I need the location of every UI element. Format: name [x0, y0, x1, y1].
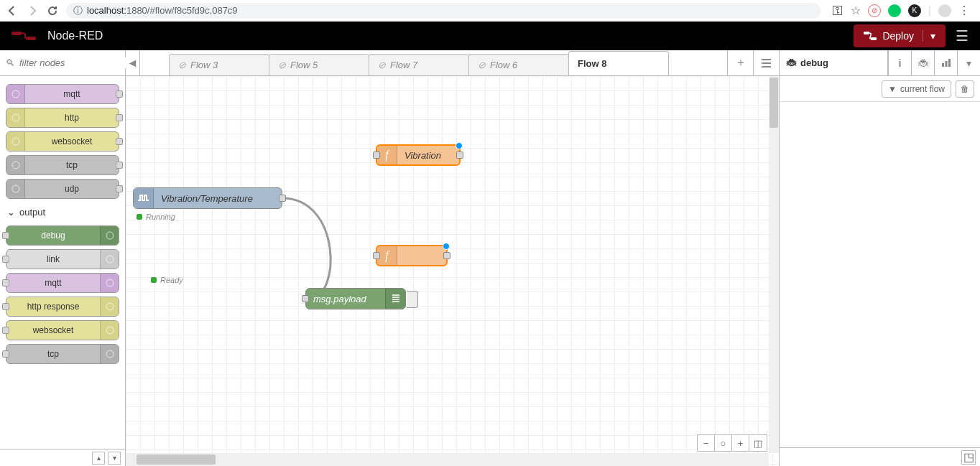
node-output-port[interactable] [443, 252, 450, 259]
palette-collapse-up-button[interactable]: ▴ [92, 452, 105, 465]
zoom-out-button[interactable]: − [698, 435, 715, 451]
inject-icon [134, 188, 154, 208]
sidebar-tab-debug[interactable]: 🐞︎ debug [780, 50, 888, 75]
palette-category-output[interactable]: ⌄ output [6, 202, 119, 222]
main-menu-button[interactable]: ☰ [956, 27, 969, 45]
node-output-port [116, 162, 123, 169]
key-icon[interactable]: ⚿ [832, 4, 843, 17]
reload-button[interactable] [46, 4, 59, 17]
profile-icon[interactable] [938, 4, 951, 17]
info-icon: ⓘ [73, 4, 83, 17]
disabled-icon: ⊘ [178, 60, 186, 70]
star-icon[interactable]: ☆ [851, 4, 861, 17]
palette-node-websocket[interactable]: websocket [6, 131, 119, 152]
sidebar-debug-button[interactable]: 🐞︎ [911, 50, 934, 75]
palette-body[interactable]: mqtthttpwebsockettcpudp ⌄ output debugli… [0, 76, 125, 449]
palette-node-mqtt[interactable]: mqtt [6, 273, 119, 293]
node-label: msg.payload [306, 294, 385, 304]
node-vibration-temperature[interactable]: Vibration/Temperature Running [133, 187, 282, 209]
node-status-running: Running [137, 213, 175, 221]
node-type-icon [100, 297, 119, 316]
sidebar: 🐞︎ debug i 🐞︎ ▾ ▼ current flow 🗑︎ [779, 50, 980, 466]
menu-dots-icon[interactable]: ⋮ [958, 4, 970, 17]
sidebar-info-button[interactable]: i [888, 50, 911, 75]
node-input-port [2, 303, 9, 310]
palette-node-http[interactable]: http [6, 108, 119, 128]
flow-canvas[interactable]: Ready Vibration/Temperature Running [126, 76, 779, 466]
zoom-reset-button[interactable]: ○ [715, 435, 732, 451]
palette-node-http-response[interactable]: http response [6, 297, 119, 317]
palette-node-websocket[interactable]: websocket [6, 320, 119, 340]
zoom-in-button[interactable]: + [732, 435, 749, 451]
palette-node-tcp[interactable]: tcp [6, 155, 119, 175]
node-input-port[interactable] [373, 252, 380, 259]
debug-clear-button[interactable]: 🗑︎ [956, 80, 974, 98]
svg-rect-3 [871, 37, 877, 40]
svg-rect-7 [942, 63, 944, 67]
palette-expand-down-button[interactable]: ▾ [108, 452, 121, 465]
sidebar-tabs: 🐞︎ debug i 🐞︎ ▾ [780, 50, 980, 76]
nodered-logo [11, 29, 40, 43]
node-function-empty[interactable]: f [376, 245, 448, 266]
node-type-icon [100, 321, 119, 340]
node-output-port[interactable] [279, 195, 286, 202]
debug-toggle[interactable] [407, 291, 418, 308]
tab-flow-5[interactable]: ⊘Flow 5 [269, 54, 369, 75]
tab-label: Flow 6 [490, 60, 517, 70]
palette-filter-input[interactable] [19, 57, 141, 68]
tab-scroll-left-button[interactable]: ◄ [126, 50, 140, 75]
deploy-button[interactable]: Deploy ▾ [854, 24, 946, 47]
url-port: 1880 [126, 5, 147, 16]
sidebar-chart-button[interactable] [934, 50, 957, 75]
ext-icon-3[interactable]: K [908, 4, 921, 17]
node-debug[interactable]: msg.payload [305, 288, 406, 309]
svg-rect-9 [948, 59, 951, 67]
sidebar-more-button[interactable]: ▾ [957, 50, 980, 75]
sidebar-footer: ◳ [780, 447, 980, 466]
status-dot-icon [151, 277, 157, 283]
canvas-scrollbar-vertical[interactable] [769, 76, 779, 453]
forward-button[interactable] [26, 4, 39, 17]
palette-node-debug[interactable]: debug [6, 225, 119, 246]
palette-node-tcp[interactable]: tcp [6, 344, 119, 364]
ext-icon-1[interactable]: ⊘ [868, 4, 881, 17]
palette-node-link[interactable]: link [6, 249, 119, 269]
url-path: /#flow/f8c5fd9c.087c9 [147, 5, 238, 16]
node-output-port[interactable] [456, 152, 463, 159]
node-input-port [2, 256, 9, 263]
node-changed-icon [443, 243, 450, 250]
palette: 🔍︎ mqtthttpwebsockettcpudp ⌄ output debu… [0, 50, 126, 466]
node-type-icon [100, 274, 119, 292]
node-vibration-function[interactable]: f Vibration [376, 144, 461, 166]
tab-label: Flow 3 [190, 60, 218, 70]
palette-node-label: websocket [6, 325, 100, 335]
tab-flow-6[interactable]: ⊘Flow 6 [468, 54, 569, 75]
address-bar[interactable]: ⓘ localhost:1880/#flow/f8c5fd9c.087c9 [66, 3, 820, 19]
sidebar-popout-button[interactable]: ◳ [961, 450, 976, 465]
deploy-label: Deploy [882, 30, 914, 42]
tab-label: Flow 5 [290, 60, 318, 70]
tab-flow-8[interactable]: Flow 8 [568, 51, 669, 75]
canvas-scrollbar-horizontal[interactable] [126, 453, 769, 466]
tab-label: Flow 8 [578, 58, 606, 69]
svg-point-5 [761, 62, 762, 64]
disabled-icon: ⊘ [378, 60, 386, 70]
node-input-port[interactable] [302, 295, 309, 302]
add-tab-button[interactable]: ＋ [727, 50, 753, 75]
list-tabs-button[interactable] [753, 50, 779, 75]
navigator-button[interactable]: ◫ [749, 435, 767, 451]
back-button[interactable] [6, 4, 19, 17]
palette-node-mqtt[interactable]: mqtt [6, 84, 119, 104]
deploy-icon [864, 31, 877, 41]
palette-node-udp[interactable]: udp [6, 179, 119, 199]
debug-filter-button[interactable]: ▼ current flow [882, 80, 951, 98]
ext-icon-2[interactable] [888, 4, 901, 17]
palette-node-label: debug [6, 230, 100, 241]
tab-label: Flow 7 [390, 60, 417, 70]
deploy-dropdown-icon[interactable]: ▾ [923, 30, 935, 42]
tab-flow-3[interactable]: ⊘Flow 3 [169, 54, 269, 75]
node-input-port[interactable] [373, 152, 380, 159]
tab-flow-7[interactable]: ⊘Flow 7 [369, 54, 469, 75]
debug-icon [385, 289, 405, 309]
debug-messages[interactable] [780, 102, 980, 447]
